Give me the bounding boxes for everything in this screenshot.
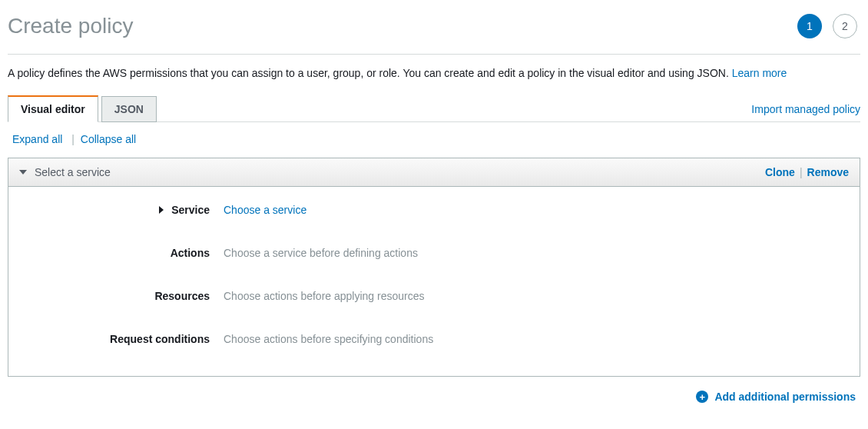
separator: | [800,166,803,178]
page-title: Create policy [8,14,133,38]
row-resources: Resources Choose actions before applying… [24,290,844,302]
caret-right-icon[interactable] [159,206,164,214]
label-service: Service [24,204,224,216]
label-actions: Actions [24,247,224,259]
learn-more-link[interactable]: Learn more [732,67,787,79]
label-resources: Resources [24,290,224,302]
wizard-steps: 1 2 [797,14,860,38]
permission-panel: Select a service Clone | Remove Service … [8,158,860,377]
choose-service-link[interactable]: Choose a service [224,204,306,216]
add-additional-permissions-link[interactable]: + Add additional permissions [696,391,856,403]
add-additional-permissions-label: Add additional permissions [714,391,856,403]
collapse-all-link[interactable]: Collapse all [81,133,136,145]
footer: + Add additional permissions [8,377,860,412]
label-request-conditions: Request conditions [24,333,224,345]
tab-visual-editor[interactable]: Visual editor [8,95,98,122]
panel-body: Service Choose a service Actions Choose … [8,187,860,376]
panel-title: Select a service [35,166,111,178]
separator: | [71,133,75,145]
row-request-conditions: Request conditions Choose actions before… [24,333,844,345]
row-service: Service Choose a service [24,204,844,216]
expand-collapse-controls: Expand all | Collapse all [8,122,860,153]
clone-link[interactable]: Clone [765,166,795,178]
value-request-conditions: Choose actions before specifying conditi… [224,333,433,345]
plus-circle-icon: + [696,391,708,403]
step-1[interactable]: 1 [797,14,822,38]
tab-bar: Visual editor JSON Import managed policy [8,95,860,122]
value-resources: Choose actions before applying resources [224,290,425,302]
step-2[interactable]: 2 [833,14,857,38]
label-service-text: Service [171,204,210,216]
import-managed-policy-link[interactable]: Import managed policy [751,103,860,121]
expand-all-link[interactable]: Expand all [12,133,62,145]
remove-link[interactable]: Remove [807,166,849,178]
caret-down-icon [19,170,27,175]
value-actions: Choose a service before defining actions [224,247,418,259]
tab-json[interactable]: JSON [101,96,157,122]
panel-header[interactable]: Select a service Clone | Remove [8,158,860,187]
row-actions: Actions Choose a service before defining… [24,247,844,259]
page-description: A policy defines the AWS permissions tha… [8,55,860,95]
page-header: Create policy 1 2 [8,0,860,55]
description-text: A policy defines the AWS permissions tha… [8,67,732,79]
panel-actions: Clone | Remove [765,166,849,178]
